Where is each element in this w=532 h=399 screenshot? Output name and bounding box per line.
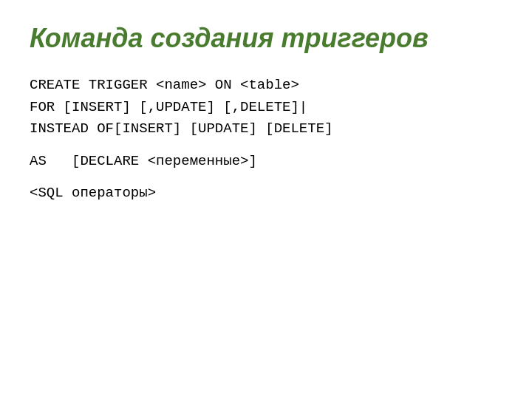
slide-title: Команда создания триггеров (30, 22, 502, 54)
spacer-2 (30, 172, 502, 183)
code-block: CREATE TRIGGER <name> ON <table> FOR [IN… (30, 75, 502, 204)
code-line-2: FOR [INSERT] [,UPDATE] [,DELETE]| (30, 97, 502, 118)
slide: Команда создания триггеров CREATE TRIGGE… (0, 0, 532, 399)
code-line-3: INSTEAD OF[INSERT] [UPDATE] [DELETE] (30, 118, 502, 140)
code-line-1: CREATE TRIGGER <name> ON <table> (30, 75, 502, 96)
code-line-4: AS [DECLARE <переменные>] (30, 151, 502, 172)
code-line-5: <SQL операторы> (30, 183, 502, 204)
spacer-1 (30, 140, 502, 151)
